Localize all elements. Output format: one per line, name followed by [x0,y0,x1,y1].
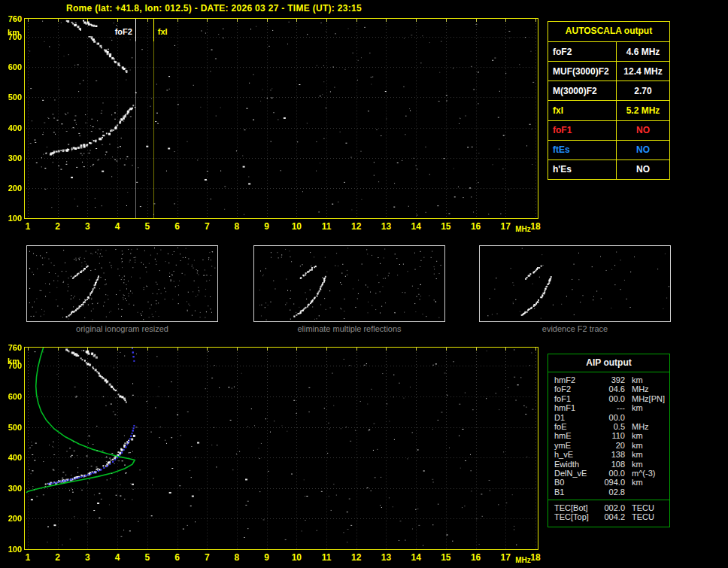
aip-output-panel: AIP output hmF2392km foF204.6MHz foF100.… [548,354,670,527]
x-tick-label: 11 [317,552,335,563]
param-unit: km [632,375,643,384]
param-label: foF2 [554,384,599,393]
aip-row-B1: B102.8 [554,488,669,497]
param-value: 392 [599,375,625,384]
y-tick-label: 300 [0,153,22,163]
row-value: NO [617,160,669,179]
aip-row-hmE: hmE110km [554,431,669,440]
y-tick-label: 500 [0,423,22,432]
y-tick-label: 200 [0,514,22,523]
param-unit: km [632,450,643,459]
param-value: 20 [599,441,625,450]
x-tick-label: 13 [377,221,395,232]
thumbnail-evidence-canvas [480,246,670,321]
aip-row-hmF2: hmF2392km [554,375,669,384]
y-tick-label: 600 [0,392,22,401]
thumbnail-eliminate-reflections [253,245,445,322]
param-value: 00.0 [599,413,625,422]
param-value: 002.0 [599,503,625,512]
row-label: h'Es [548,160,617,179]
marker-label-fxI: fxI [156,27,169,36]
row-value: 5.2 MHz [617,101,669,120]
top-ionogram-plot [24,18,538,219]
y-tick-label: 600 [0,62,22,71]
row-value: 2.70 [617,81,669,100]
param-unit: km [632,460,643,469]
x-tick-label: 13 [377,552,395,563]
param-unit: km [632,441,643,450]
marker-label-foF2: foF2 [81,27,132,36]
x-tick-label: 12 [347,221,366,232]
y-tick-label: 300 [0,484,22,493]
thumbnail-caption: eliminate multiple reflections [253,324,445,333]
x-tick-label: 14 [407,552,425,563]
autoscala-screen: Rome (lat: +41.8, lon: 012.5) - DATE: 20… [0,0,728,568]
thumbnail-caption: original ionogram resized [26,324,218,333]
aip-row-ymE: ymE20km [554,441,669,450]
thumbnail-caption: evidence F2 trace [479,324,671,333]
row-label: foF2 [548,42,617,61]
y-tick-label: 400 [0,453,22,462]
x-tick-label: 8 [228,552,246,563]
top-ionogram-canvas [25,19,538,218]
y-tick-label: 200 [0,184,22,193]
table-row-muf3000f2: MUF(3000)F2 12.4 MHz [548,62,669,81]
param-value: 004.2 [599,512,625,521]
x-tick-label: 1 [19,221,37,232]
row-value: NO [617,121,669,140]
param-value: 00.0 [599,394,625,403]
aip-row-DelN_vE: DelN_vE00.0m^(-3) [554,469,669,478]
table-row-hpEs: h'Es NO [548,160,669,179]
param-label: ymE [554,441,599,450]
row-label: M(3000)F2 [548,81,617,100]
y-axis-unit-label: km [0,357,20,366]
param-value: 0.5 [599,422,625,431]
aip-output-title: AIP output [548,354,669,372]
autoscala-output-panel: AUTOSCALA output foF2 4.6 MHz MUF(3000)F… [548,21,670,180]
row-label: ftEs [548,141,617,159]
x-tick-label: 17 [496,221,514,232]
x-tick-label: 6 [168,221,187,232]
profile-ionogram-plot [24,347,538,550]
autoscala-output-title: AUTOSCALA output [548,22,669,42]
x-tick-label: 3 [78,552,96,563]
x-axis-unit-label: MHz [515,225,531,233]
row-label: foF1 [548,121,617,140]
aip-rows: hmF2392km foF204.6MHz foF100.0MHz[PN] hm… [548,372,669,497]
param-label: hmF2 [554,375,599,384]
param-label: TEC[Bot] [554,503,599,512]
param-unit: TECU [632,512,654,521]
x-tick-label: 5 [138,552,156,563]
thumbnail-evidence-f2 [479,245,671,322]
table-row-foF1: foF1 NO [548,121,669,141]
x-tick-label: 10 [287,221,305,232]
param-unit: TECU [632,503,654,512]
param-label: D1 [554,413,599,422]
param-label: DelN_vE [554,469,599,478]
page-title: Rome (lat: +41.8, lon: 012.5) - DATE: 20… [66,3,362,14]
param-label: foE [554,422,599,431]
param-unit: km [632,431,643,440]
x-tick-label: 7 [198,221,216,232]
param-label: B1 [554,488,599,497]
y-tick-label: 760 [0,14,22,23]
row-label: MUF(3000)F2 [548,62,617,80]
x-tick-label: 6 [168,552,187,563]
y-tick-label: 400 [0,123,22,132]
param-label: hmE [554,431,599,440]
aip-row-foE: foE0.5MHz [554,422,669,431]
aip-row-tec-bot: TEC[Bot]002.0TECU [554,503,669,512]
aip-row-foF2: foF204.6MHz [554,384,669,393]
x-tick-label: 10 [287,552,305,563]
x-tick-label: 2 [49,221,67,232]
table-row-m3000f2: M(3000)F2 2.70 [548,81,669,101]
table-row-ftEs: ftEs NO [548,141,669,160]
row-value: 4.6 MHz [617,42,669,61]
x-tick-label: 4 [108,552,126,563]
param-label: B0 [554,478,599,487]
profile-ionogram-canvas [25,348,538,549]
param-value: 108 [599,460,625,469]
x-tick-label: 15 [437,552,455,563]
x-tick-label: 9 [258,552,276,563]
param-value: 110 [599,431,625,440]
